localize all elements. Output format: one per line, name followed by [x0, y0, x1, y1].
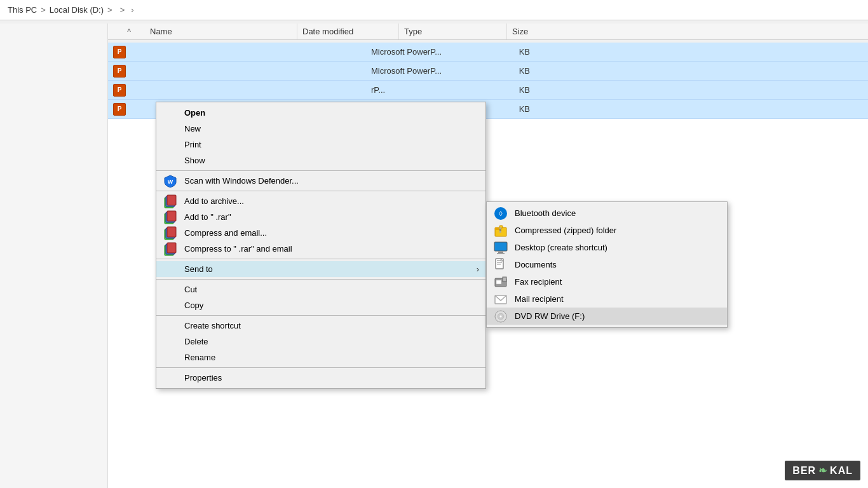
menu-label-copy: Copy — [184, 301, 203, 310]
svg-rect-9 — [167, 227, 176, 237]
fax-icon — [493, 274, 508, 290]
file-type: Microsoft PowerP... — [371, 66, 479, 76]
menu-separator — [156, 191, 485, 191]
file-size: KB — [479, 66, 530, 76]
table-row[interactable]: rP... KB — [108, 81, 868, 100]
breadcrumb-local-disk[interactable]: Local Disk (D:) — [50, 5, 104, 15]
menu-item-add-to-rar[interactable]: Add to " .rar" — [156, 209, 485, 225]
menu-label-print: Print — [184, 140, 201, 149]
rar-icon-3 — [163, 226, 178, 241]
submenu-label-fax: Fax recipient — [515, 277, 562, 287]
menu-label-show: Show — [184, 156, 205, 165]
svg-text:W: W — [168, 179, 173, 185]
ppt-icon — [113, 65, 126, 78]
menu-item-compress-to-rar[interactable]: Compress to " .rar" and email — [156, 241, 485, 257]
menu-label-properties: Properties — [184, 373, 222, 383]
menu-item-print[interactable]: Print — [156, 137, 485, 152]
svg-rect-6 — [167, 211, 176, 221]
submenu-item-bluetooth[interactable]: ◊ Bluetooth device — [487, 205, 727, 222]
submenu-item-dvd[interactable]: DVD RW Drive (F:) — [487, 308, 727, 325]
menu-separator — [156, 315, 485, 316]
menu-label-compress-email: Compress and email... — [184, 228, 267, 238]
menu-item-copy[interactable]: Copy — [156, 297, 485, 313]
menu-item-properties[interactable]: Properties — [156, 370, 485, 386]
svg-rect-24 — [497, 262, 502, 263]
file-size: KB — [479, 47, 530, 57]
col-header-date[interactable]: Date modified — [297, 24, 399, 39]
bluetooth-icon: ◊ — [493, 206, 508, 221]
menu-item-compress-email[interactable]: Compress and email... — [156, 225, 485, 241]
sort-indicator: ^ — [113, 25, 145, 39]
menu-item-delete[interactable]: Delete — [156, 334, 485, 349]
submenu-item-fax[interactable]: Fax recipient — [487, 273, 727, 290]
menu-item-new[interactable]: New — [156, 121, 485, 137]
menu-label-add-archive: Add to archive... — [184, 196, 244, 206]
col-header-type[interactable]: Type — [399, 24, 507, 39]
svg-point-33 — [499, 315, 502, 318]
svg-rect-16 — [499, 227, 501, 229]
explorer-window: This PC > Local Disk (D:) > > › ^ Name D… — [0, 0, 868, 488]
sep3: > — [120, 5, 125, 15]
watermark: BER ❧ KAL — [785, 461, 860, 480]
sidebar — [0, 24, 108, 488]
table-row[interactable]: Microsoft PowerP... KB — [108, 43, 868, 62]
submenu-item-compressed[interactable]: Compressed (zipped) folder — [487, 222, 727, 239]
ppt-icon — [113, 84, 126, 97]
file-size: KB — [479, 104, 530, 114]
file-type: rP... — [371, 85, 479, 95]
submenu-item-documents[interactable]: Documents — [487, 256, 727, 273]
menu-item-create-shortcut[interactable]: Create shortcut — [156, 318, 485, 334]
rar-icon — [163, 194, 178, 209]
table-row[interactable]: Microsoft PowerP... KB — [108, 62, 868, 81]
menu-item-rename[interactable]: Rename — [156, 349, 485, 365]
menu-label-send-to: Send to — [184, 264, 213, 274]
svg-rect-18 — [499, 231, 501, 233]
svg-rect-29 — [496, 280, 501, 284]
wd-shield-icon: W — [163, 173, 178, 189]
menu-label-new: New — [184, 124, 201, 133]
submenu-label-dvd: DVD RW Drive (F:) — [515, 311, 585, 321]
svg-rect-21 — [497, 253, 505, 254]
documents-icon — [493, 257, 508, 273]
menu-item-cut[interactable]: Cut — [156, 281, 485, 297]
menu-item-open[interactable]: Open — [156, 105, 485, 121]
file-size: KB — [479, 85, 530, 95]
send-to-submenu: ◊ Bluetooth device Compressed (zipped) f… — [486, 201, 728, 328]
menu-label-open: Open — [184, 108, 205, 118]
submenu-label-mail: Mail recipient — [515, 294, 564, 304]
menu-label-scan: Scan with Windows Defender... — [184, 176, 299, 186]
rar-icon-4 — [163, 241, 178, 257]
breadcrumb-more[interactable]: › — [131, 5, 133, 15]
menu-separator — [156, 279, 485, 280]
col-header-size[interactable]: Size — [507, 24, 558, 39]
svg-rect-25 — [497, 264, 501, 265]
col-header-name[interactable]: Name — [145, 24, 297, 39]
submenu-label-desktop: Desktop (create shortcut) — [515, 243, 607, 252]
address-bar: This PC > Local Disk (D:) > > › — [0, 0, 868, 20]
menu-item-add-archive[interactable]: Add to archive... — [156, 193, 485, 209]
menu-label-create-shortcut: Create shortcut — [184, 321, 241, 330]
menu-separator — [156, 170, 485, 171]
submenu-arrow-icon: › — [477, 264, 479, 274]
desktop-icon — [493, 240, 508, 255]
svg-rect-3 — [167, 195, 176, 205]
menu-separator — [156, 367, 485, 368]
menu-item-show[interactable]: Show — [156, 152, 485, 168]
svg-rect-20 — [498, 252, 503, 253]
ppt-icon — [113, 46, 126, 58]
menu-label-compress-to-rar: Compress to " .rar" and email — [184, 244, 292, 254]
menu-item-scan[interactable]: W Scan with Windows Defender... — [156, 173, 485, 189]
svg-rect-19 — [494, 242, 507, 251]
watermark-leaf-icon: ❧ — [818, 464, 827, 477]
breadcrumb-this-pc[interactable]: This PC — [8, 5, 37, 15]
file-type: Microsoft PowerP... — [371, 47, 479, 57]
sep2: > — [107, 5, 112, 15]
dvd-icon — [493, 309, 508, 324]
submenu-item-mail[interactable]: Mail recipient — [487, 290, 727, 308]
submenu-item-desktop[interactable]: Desktop (create shortcut) — [487, 239, 727, 256]
context-menu: Open New Print Show W Scan with Windows … — [156, 102, 486, 389]
svg-rect-17 — [499, 229, 501, 231]
menu-item-send-to[interactable]: Send to › — [156, 261, 485, 277]
svg-rect-28 — [503, 277, 506, 281]
menu-label-delete: Delete — [184, 337, 208, 346]
